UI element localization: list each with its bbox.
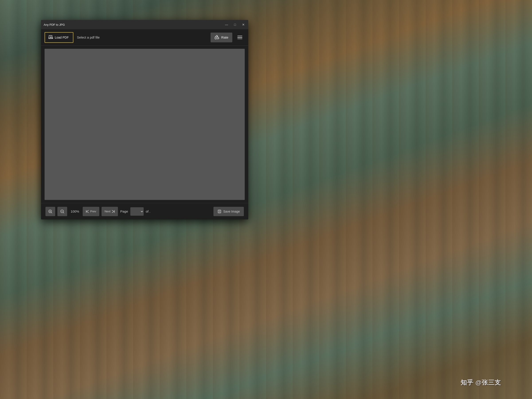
menu-line-1 (237, 36, 242, 36)
load-pdf-button[interactable]: Load PDF (44, 32, 73, 43)
save-image-label: Save Image (223, 210, 240, 213)
svg-line-7 (63, 212, 64, 213)
of-label: of . (146, 209, 151, 213)
prev-label: Prev (90, 210, 96, 213)
maximize-button[interactable]: □ (233, 22, 237, 27)
menu-line-3 (237, 38, 242, 39)
load-pdf-icon (49, 35, 53, 40)
zoom-out-button[interactable] (57, 207, 67, 216)
load-pdf-label: Load PDF (55, 36, 69, 39)
app-title: Any PDF to JPG (44, 23, 65, 26)
toolbar-right: Rate (211, 32, 245, 42)
menu-button[interactable] (235, 32, 245, 42)
prev-button[interactable]: Prev (83, 207, 99, 216)
toolbar: Load PDF Select a pdf file Rate (41, 29, 248, 46)
svg-rect-13 (219, 211, 221, 213)
pdf-preview-canvas (44, 49, 245, 200)
page-label: Page (120, 209, 128, 213)
file-hint-text: Select a pdf file (77, 35, 207, 39)
svg-line-3 (51, 212, 52, 213)
page-dropdown[interactable] (130, 207, 144, 216)
close-button[interactable]: ✕ (241, 22, 246, 27)
save-image-button[interactable]: Save Image (214, 207, 244, 216)
preview-area (41, 46, 248, 203)
zoom-in-button[interactable] (45, 207, 55, 216)
menu-line-2 (237, 37, 242, 38)
window-controls: — □ ✕ (224, 22, 246, 27)
bottom-bar: 100% Prev Next Page of . (41, 203, 248, 219)
watermark: 知乎 @张三支 (461, 378, 501, 387)
rate-button[interactable]: Rate (211, 32, 232, 42)
next-button[interactable]: Next (101, 207, 118, 216)
minimize-button[interactable]: — (224, 22, 229, 27)
zoom-level: 100% (69, 209, 81, 213)
app-window: Any PDF to JPG — □ ✕ Load PDF Select a p… (41, 20, 248, 219)
svg-rect-12 (219, 210, 221, 211)
thumbs-up-icon (215, 35, 219, 40)
next-label: Next (105, 210, 111, 213)
rate-label: Rate (221, 35, 228, 39)
title-bar: Any PDF to JPG — □ ✕ (41, 20, 248, 29)
